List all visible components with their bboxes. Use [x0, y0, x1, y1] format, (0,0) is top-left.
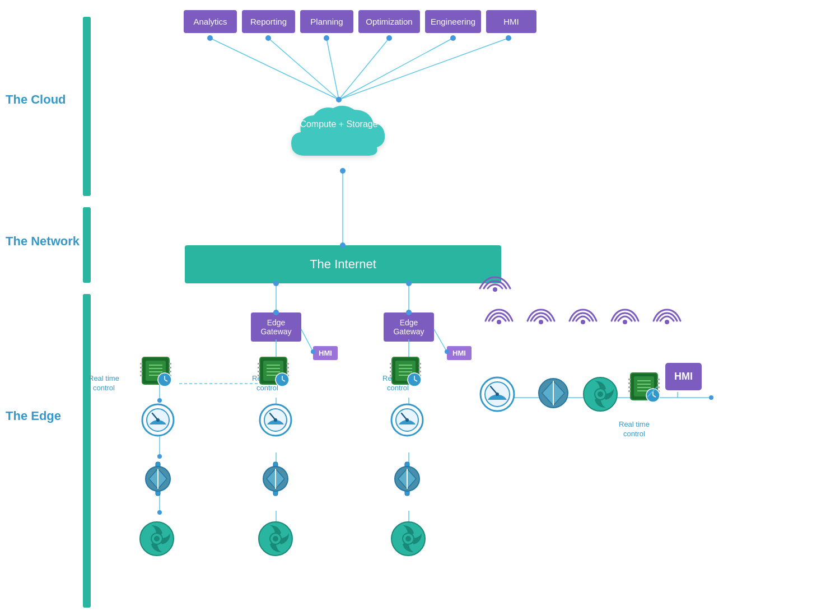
hmi-right-box[interactable]: HMI: [447, 346, 472, 360]
hmi-left[interactable]: HMI: [313, 346, 338, 360]
svg-line-71: [165, 380, 167, 381]
svg-line-133: [402, 413, 407, 420]
svg-line-105: [414, 380, 417, 381]
svg-point-11: [506, 35, 511, 41]
svg-line-125: [152, 413, 158, 420]
svg-rect-66: [169, 367, 171, 368]
svg-point-154: [140, 522, 174, 556]
edge-gateway-right[interactable]: EdgeGateway: [384, 312, 434, 342]
svg-point-138: [496, 393, 499, 396]
svg-rect-119: [657, 390, 660, 392]
svg-marker-141: [149, 469, 167, 489]
svg-point-45: [407, 480, 411, 485]
svg-marker-152: [542, 381, 564, 405]
diagram-container: The Cloud The Network The Edge Analytics…: [0, 0, 840, 616]
svg-point-166: [497, 320, 501, 324]
edge-gateway-left[interactable]: EdgeGateway: [251, 312, 301, 342]
svg-point-164: [595, 389, 606, 400]
svg-point-41: [407, 367, 411, 372]
svg-rect-61: [140, 363, 142, 365]
svg-marker-149: [398, 469, 416, 489]
svg-rect-65: [169, 363, 171, 365]
hmi-cloud-box[interactable]: HMI: [486, 10, 536, 33]
svg-rect-84: [287, 371, 289, 372]
svg-point-135: [480, 377, 514, 411]
svg-rect-114: [628, 386, 631, 388]
svg-line-137: [491, 386, 497, 394]
svg-point-157: [259, 522, 292, 556]
svg-rect-113: [628, 382, 631, 384]
svg-point-8: [324, 35, 329, 41]
svg-rect-56: [146, 361, 166, 381]
svg-point-69: [158, 373, 171, 386]
svg-rect-102: [419, 375, 421, 376]
cloud-label: The Cloud: [6, 92, 66, 107]
svg-rect-115: [628, 390, 631, 392]
svg-rect-95: [390, 363, 392, 365]
svg-point-134: [405, 418, 409, 422]
svg-point-35: [274, 422, 278, 427]
compute-storage-label: Compute + Storage: [294, 119, 384, 129]
svg-rect-99: [419, 363, 421, 365]
svg-rect-106: [631, 373, 657, 400]
svg-rect-100: [419, 367, 421, 368]
svg-point-155: [151, 533, 162, 544]
svg-point-163: [584, 377, 617, 411]
svg-point-170: [665, 320, 669, 324]
svg-rect-118: [657, 386, 660, 388]
svg-line-3: [339, 38, 389, 100]
svg-point-160: [391, 522, 425, 556]
svg-point-123: [142, 404, 174, 436]
reporting-box[interactable]: Reporting: [242, 10, 295, 33]
svg-point-39: [274, 535, 278, 540]
svg-point-54: [709, 395, 713, 400]
planning-box[interactable]: Planning: [300, 10, 353, 33]
svg-point-33: [274, 367, 278, 372]
network-label: The Network: [6, 234, 80, 249]
cloud-bar: [83, 17, 91, 196]
svg-point-37: [274, 480, 278, 485]
svg-point-161: [403, 533, 414, 544]
svg-point-9: [386, 35, 392, 41]
svg-rect-116: [657, 379, 660, 380]
svg-rect-82: [287, 363, 289, 365]
svg-line-0: [210, 38, 339, 100]
svg-line-173: [647, 386, 657, 398]
svg-rect-147: [405, 462, 409, 496]
svg-point-162: [405, 536, 411, 542]
svg-point-131: [391, 404, 423, 436]
svg-point-50: [493, 395, 498, 400]
svg-rect-112: [628, 379, 631, 380]
svg-line-24: [434, 329, 447, 352]
rtc-label-0: Real timecontrol: [88, 374, 119, 393]
svg-rect-85: [287, 375, 289, 376]
svg-point-151: [539, 379, 568, 408]
rtc-label-2: Real timecontrol: [382, 374, 413, 393]
edge-label: The Edge: [6, 409, 61, 423]
svg-point-10: [450, 35, 456, 41]
compute-storage-cloud: Compute + Storage: [283, 100, 395, 172]
svg-point-43: [407, 422, 411, 427]
svg-point-144: [263, 466, 288, 491]
engineering-box[interactable]: Engineering: [425, 10, 481, 33]
svg-rect-78: [258, 363, 260, 365]
svg-rect-101: [419, 371, 421, 372]
svg-point-126: [156, 418, 160, 422]
svg-rect-62: [140, 367, 142, 368]
svg-line-4: [339, 38, 453, 100]
svg-rect-97: [390, 371, 392, 372]
optimization-box[interactable]: Optimization: [358, 10, 420, 33]
svg-rect-117: [657, 382, 660, 384]
svg-point-159: [273, 536, 278, 542]
svg-point-127: [260, 404, 291, 436]
svg-line-1: [268, 38, 339, 100]
svg-point-51: [547, 395, 551, 400]
svg-point-148: [395, 466, 419, 491]
rtc-label-1: Real timecontrol: [252, 374, 283, 393]
svg-point-167: [539, 320, 543, 324]
analytics-box[interactable]: Analytics: [184, 10, 237, 33]
svg-rect-83: [287, 367, 289, 368]
svg-point-31: [157, 510, 162, 515]
svg-point-132: [396, 409, 418, 431]
hmi-right-large[interactable]: HMI: [665, 363, 702, 390]
